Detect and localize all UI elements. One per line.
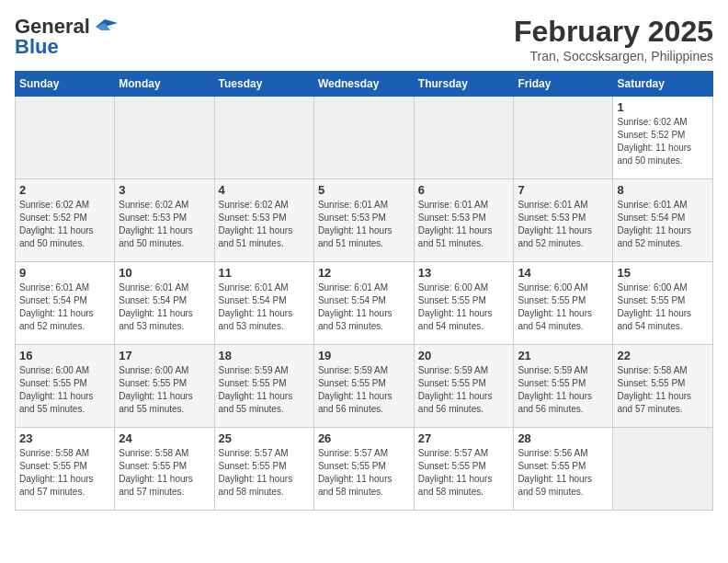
weekday-header-tuesday: Tuesday bbox=[214, 72, 313, 97]
calendar-week-row: 2Sunrise: 6:02 AM Sunset: 5:52 PM Daylig… bbox=[16, 179, 713, 262]
calendar-cell bbox=[514, 97, 613, 179]
day-info: Sunrise: 6:01 AM Sunset: 5:54 PM Dayligh… bbox=[219, 282, 310, 333]
calendar-cell: 27Sunrise: 5:57 AM Sunset: 5:55 PM Dayli… bbox=[414, 428, 514, 511]
day-info: Sunrise: 5:58 AM Sunset: 5:55 PM Dayligh… bbox=[19, 447, 110, 499]
day-number: 14 bbox=[518, 266, 609, 280]
calendar-header: SundayMondayTuesdayWednesdayThursdayFrid… bbox=[16, 72, 713, 97]
day-info: Sunrise: 5:59 AM Sunset: 5:55 PM Dayligh… bbox=[219, 364, 310, 416]
weekday-header-saturday: Saturday bbox=[613, 72, 713, 97]
calendar-cell: 19Sunrise: 5:59 AM Sunset: 5:55 PM Dayli… bbox=[313, 345, 414, 428]
calendar-cell: 2Sunrise: 6:02 AM Sunset: 5:52 PM Daylig… bbox=[16, 179, 115, 262]
day-info: Sunrise: 5:59 AM Sunset: 5:55 PM Dayligh… bbox=[418, 364, 510, 416]
day-number: 5 bbox=[318, 183, 410, 197]
day-info: Sunrise: 6:00 AM Sunset: 5:55 PM Dayligh… bbox=[119, 364, 210, 416]
day-info: Sunrise: 6:00 AM Sunset: 5:55 PM Dayligh… bbox=[19, 364, 110, 416]
weekday-header-wednesday: Wednesday bbox=[313, 72, 414, 97]
logo: General Blue bbox=[15, 15, 118, 59]
day-number: 26 bbox=[318, 431, 410, 445]
calendar-cell: 4Sunrise: 6:02 AM Sunset: 5:53 PM Daylig… bbox=[214, 179, 313, 262]
calendar-cell: 21Sunrise: 5:59 AM Sunset: 5:55 PM Dayli… bbox=[514, 345, 613, 428]
day-number: 20 bbox=[418, 349, 510, 362]
day-number: 18 bbox=[219, 349, 310, 362]
day-info: Sunrise: 5:56 AM Sunset: 5:55 PM Dayligh… bbox=[518, 447, 609, 499]
day-info: Sunrise: 6:01 AM Sunset: 5:54 PM Dayligh… bbox=[19, 282, 110, 333]
weekday-header-monday: Monday bbox=[115, 72, 214, 97]
day-info: Sunrise: 6:00 AM Sunset: 5:55 PM Dayligh… bbox=[518, 282, 609, 333]
day-number: 12 bbox=[318, 266, 410, 280]
calendar-cell bbox=[613, 428, 713, 511]
calendar-cell: 1Sunrise: 6:02 AM Sunset: 5:52 PM Daylig… bbox=[613, 97, 713, 179]
calendar-cell: 12Sunrise: 6:01 AM Sunset: 5:54 PM Dayli… bbox=[313, 262, 414, 345]
day-info: Sunrise: 5:57 AM Sunset: 5:55 PM Dayligh… bbox=[318, 447, 410, 499]
calendar-cell: 11Sunrise: 6:01 AM Sunset: 5:54 PM Dayli… bbox=[214, 262, 313, 345]
day-info: Sunrise: 5:58 AM Sunset: 5:55 PM Dayligh… bbox=[617, 364, 709, 416]
day-info: Sunrise: 6:01 AM Sunset: 5:54 PM Dayligh… bbox=[119, 282, 210, 333]
day-number: 25 bbox=[219, 431, 310, 445]
day-info: Sunrise: 5:59 AM Sunset: 5:55 PM Dayligh… bbox=[518, 364, 609, 416]
logo-bird-icon bbox=[92, 17, 118, 36]
calendar-header-row: SundayMondayTuesdayWednesdayThursdayFrid… bbox=[16, 72, 713, 97]
calendar-cell: 9Sunrise: 6:01 AM Sunset: 5:54 PM Daylig… bbox=[16, 262, 115, 345]
calendar-cell: 7Sunrise: 6:01 AM Sunset: 5:53 PM Daylig… bbox=[514, 179, 613, 262]
day-number: 1 bbox=[617, 100, 709, 114]
day-number: 4 bbox=[219, 183, 310, 197]
day-info: Sunrise: 6:01 AM Sunset: 5:53 PM Dayligh… bbox=[418, 199, 510, 250]
calendar-week-row: 16Sunrise: 6:00 AM Sunset: 5:55 PM Dayli… bbox=[16, 345, 713, 428]
day-info: Sunrise: 6:01 AM Sunset: 5:54 PM Dayligh… bbox=[617, 199, 709, 250]
calendar-cell: 22Sunrise: 5:58 AM Sunset: 5:55 PM Dayli… bbox=[613, 345, 713, 428]
day-number: 23 bbox=[19, 431, 110, 445]
calendar-cell: 20Sunrise: 5:59 AM Sunset: 5:55 PM Dayli… bbox=[414, 345, 514, 428]
weekday-header-friday: Friday bbox=[514, 72, 613, 97]
calendar-cell: 24Sunrise: 5:58 AM Sunset: 5:55 PM Dayli… bbox=[115, 428, 214, 511]
calendar-cell: 23Sunrise: 5:58 AM Sunset: 5:55 PM Dayli… bbox=[16, 428, 115, 511]
calendar-cell: 14Sunrise: 6:00 AM Sunset: 5:55 PM Dayli… bbox=[514, 262, 613, 345]
calendar-cell bbox=[214, 97, 313, 179]
calendar-cell: 13Sunrise: 6:00 AM Sunset: 5:55 PM Dayli… bbox=[414, 262, 514, 345]
day-number: 27 bbox=[418, 431, 510, 445]
day-number: 17 bbox=[119, 349, 210, 362]
day-number: 9 bbox=[19, 266, 110, 280]
weekday-header-thursday: Thursday bbox=[414, 72, 514, 97]
day-info: Sunrise: 6:02 AM Sunset: 5:53 PM Dayligh… bbox=[119, 199, 210, 250]
calendar-cell: 5Sunrise: 6:01 AM Sunset: 5:53 PM Daylig… bbox=[313, 179, 414, 262]
calendar-table: SundayMondayTuesdayWednesdayThursdayFrid… bbox=[15, 71, 713, 511]
calendar-week-row: 1Sunrise: 6:02 AM Sunset: 5:52 PM Daylig… bbox=[16, 97, 713, 179]
calendar-cell: 28Sunrise: 5:56 AM Sunset: 5:55 PM Dayli… bbox=[514, 428, 613, 511]
calendar-cell: 26Sunrise: 5:57 AM Sunset: 5:55 PM Dayli… bbox=[313, 428, 414, 511]
day-info: Sunrise: 5:57 AM Sunset: 5:55 PM Dayligh… bbox=[219, 447, 310, 499]
day-number: 3 bbox=[119, 183, 210, 197]
day-number: 21 bbox=[518, 349, 609, 362]
calendar-cell: 3Sunrise: 6:02 AM Sunset: 5:53 PM Daylig… bbox=[115, 179, 214, 262]
calendar-week-row: 23Sunrise: 5:58 AM Sunset: 5:55 PM Dayli… bbox=[16, 428, 713, 511]
day-number: 16 bbox=[19, 349, 110, 362]
calendar-week-row: 9Sunrise: 6:01 AM Sunset: 5:54 PM Daylig… bbox=[16, 262, 713, 345]
calendar-cell bbox=[313, 97, 414, 179]
location: Tran, Soccsksargen, Philippines bbox=[514, 49, 713, 63]
day-info: Sunrise: 6:00 AM Sunset: 5:55 PM Dayligh… bbox=[617, 282, 709, 333]
day-info: Sunrise: 6:00 AM Sunset: 5:55 PM Dayligh… bbox=[418, 282, 510, 333]
page-header: General Blue February 2025 Tran, Soccsks… bbox=[15, 15, 713, 63]
day-info: Sunrise: 6:01 AM Sunset: 5:53 PM Dayligh… bbox=[318, 199, 410, 250]
day-info: Sunrise: 6:02 AM Sunset: 5:52 PM Dayligh… bbox=[19, 199, 110, 250]
day-number: 2 bbox=[19, 183, 110, 197]
day-info: Sunrise: 6:02 AM Sunset: 5:53 PM Dayligh… bbox=[219, 199, 310, 250]
calendar-cell: 6Sunrise: 6:01 AM Sunset: 5:53 PM Daylig… bbox=[414, 179, 514, 262]
calendar-cell: 10Sunrise: 6:01 AM Sunset: 5:54 PM Dayli… bbox=[115, 262, 214, 345]
calendar-cell bbox=[414, 97, 514, 179]
day-info: Sunrise: 6:02 AM Sunset: 5:52 PM Dayligh… bbox=[617, 116, 709, 167]
day-info: Sunrise: 5:57 AM Sunset: 5:55 PM Dayligh… bbox=[418, 447, 510, 499]
day-number: 24 bbox=[119, 431, 210, 445]
month-title: February 2025 bbox=[514, 15, 713, 49]
day-info: Sunrise: 5:59 AM Sunset: 5:55 PM Dayligh… bbox=[318, 364, 410, 416]
calendar-cell bbox=[115, 97, 214, 179]
title-block: February 2025 Tran, Soccsksargen, Philip… bbox=[514, 15, 713, 63]
day-number: 28 bbox=[518, 431, 609, 445]
day-number: 8 bbox=[617, 183, 709, 197]
calendar-body: 1Sunrise: 6:02 AM Sunset: 5:52 PM Daylig… bbox=[16, 97, 713, 511]
calendar-cell: 25Sunrise: 5:57 AM Sunset: 5:55 PM Dayli… bbox=[214, 428, 313, 511]
calendar-cell: 18Sunrise: 5:59 AM Sunset: 5:55 PM Dayli… bbox=[214, 345, 313, 428]
calendar-cell: 15Sunrise: 6:00 AM Sunset: 5:55 PM Dayli… bbox=[613, 262, 713, 345]
day-number: 7 bbox=[518, 183, 609, 197]
day-number: 11 bbox=[219, 266, 310, 280]
day-number: 10 bbox=[119, 266, 210, 280]
